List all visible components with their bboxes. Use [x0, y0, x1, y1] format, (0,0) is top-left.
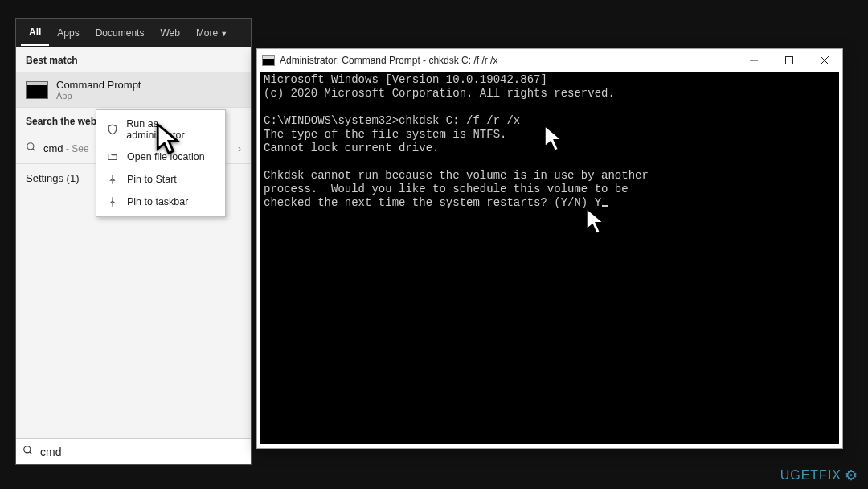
command-prompt-window: Administrator: Command Prompt - chkdsk C…	[256, 48, 843, 449]
tab-apps[interactable]: Apps	[49, 21, 87, 45]
watermark: UGETFIX ⚙	[780, 466, 858, 484]
title-bar[interactable]: Administrator: Command Prompt - chkdsk C…	[257, 49, 842, 72]
ctx-pin-to-taskbar[interactable]: Pin to taskbar	[96, 191, 225, 213]
tab-more-label: More	[196, 27, 218, 39]
search-box[interactable]	[16, 438, 251, 464]
chevron-down-icon: ▼	[220, 30, 227, 38]
maximize-button[interactable]	[772, 49, 807, 72]
pin-icon	[106, 195, 119, 208]
ctx-label: Pin to taskbar	[127, 196, 188, 208]
search-filter-tabs: All Apps Documents Web More▼	[16, 19, 251, 47]
best-match-subtitle: App	[56, 91, 141, 101]
ctx-label: Pin to Start	[127, 174, 177, 185]
tab-all[interactable]: All	[21, 20, 49, 46]
minimize-button[interactable]	[736, 49, 772, 72]
svg-point-2	[24, 446, 31, 452]
svg-line-3	[30, 451, 32, 454]
cursor-icon	[584, 206, 608, 238]
cmd-title-icon	[262, 55, 275, 66]
watermark-text: UGETFIX	[780, 468, 841, 483]
windows-search-panel: All Apps Documents Web More▼ Best match …	[15, 18, 252, 465]
chevron-right-icon: ›	[238, 143, 241, 154]
cursor-icon	[542, 123, 567, 155]
svg-line-1	[33, 149, 35, 151]
close-button[interactable]	[807, 49, 842, 72]
pin-icon	[106, 173, 119, 186]
shield-icon	[106, 123, 118, 136]
web-query-text: cmd	[43, 142, 63, 154]
window-title: Administrator: Command Prompt - chkdsk C…	[280, 55, 497, 66]
best-match-result[interactable]: Command Prompt App	[16, 72, 251, 107]
folder-icon	[106, 150, 119, 163]
search-input[interactable]	[40, 446, 244, 458]
svg-point-0	[27, 143, 34, 150]
tab-more[interactable]: More▼	[188, 21, 235, 45]
search-icon	[23, 445, 34, 459]
search-icon	[26, 142, 37, 155]
ctx-pin-to-start[interactable]: Pin to Start	[96, 168, 225, 191]
tab-documents[interactable]: Documents	[88, 21, 153, 45]
best-match-title: Command Prompt	[56, 79, 141, 91]
section-best-match-header: Best match	[16, 47, 251, 72]
cursor-icon	[155, 122, 182, 158]
gear-icon: ⚙	[845, 466, 858, 484]
cmd-app-icon	[26, 81, 48, 99]
svg-rect-5	[786, 57, 793, 64]
tab-web[interactable]: Web	[152, 21, 187, 45]
web-query-suffix: - See	[63, 143, 89, 154]
